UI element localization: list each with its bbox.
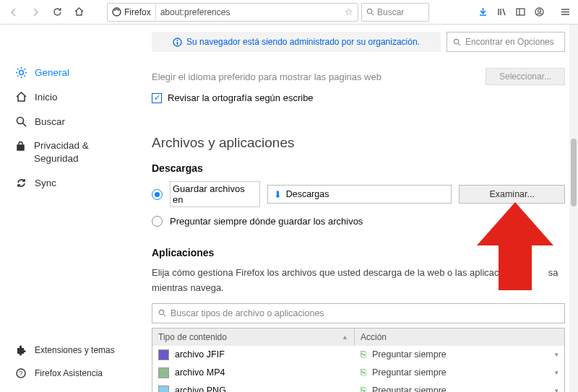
browser-toolbar: Firefox about:preferences ☆ Buscar xyxy=(0,0,578,25)
spellcheck-label: Revisar la ortografía según escribe xyxy=(168,92,314,103)
applications-search-placeholder: Buscar tipos de archivo o aplicaciones xyxy=(171,308,324,318)
forward-button[interactable] xyxy=(26,3,45,22)
radio-always-ask[interactable] xyxy=(152,216,163,227)
search-icon xyxy=(158,309,166,317)
bookmark-star-icon[interactable]: ☆ xyxy=(340,6,358,17)
file-icon xyxy=(158,349,169,360)
download-folder-field[interactable]: ⬇ Descargas xyxy=(267,185,452,204)
puzzle-icon xyxy=(14,344,27,357)
lock-icon xyxy=(14,139,27,152)
radio-always-ask-label: Preguntar siempre dónde guardar los arch… xyxy=(170,216,363,227)
back-button[interactable] xyxy=(4,3,23,22)
download-folder-name: Descargas xyxy=(286,189,329,199)
chevron-down-icon: ▾ xyxy=(555,387,558,392)
library-icon[interactable] xyxy=(493,3,510,22)
ask-icon: ⎘ xyxy=(361,349,366,360)
file-icon xyxy=(158,386,169,392)
sidebar-item-home[interactable]: Inicio xyxy=(9,85,131,108)
search-box[interactable]: Buscar xyxy=(361,3,429,22)
vertical-scrollbar[interactable] xyxy=(569,25,578,392)
file-icon xyxy=(158,367,169,378)
search-placeholder: Buscar xyxy=(377,7,404,17)
svg-point-6 xyxy=(538,9,540,12)
sidebar-item-label: Firefox Asistencia xyxy=(35,368,103,378)
identity-box[interactable]: Firefox xyxy=(108,4,156,21)
org-managed-banner[interactable]: Su navegador está siendo administrado po… xyxy=(152,32,441,52)
search-icon xyxy=(366,8,374,16)
svg-point-1 xyxy=(367,9,371,13)
downloads-icon[interactable] xyxy=(474,3,491,22)
svg-line-30 xyxy=(163,314,165,316)
sort-asc-icon: ▲ xyxy=(342,334,348,341)
url-bar[interactable]: Firefox about:preferences ☆ xyxy=(107,3,358,22)
scrollbar-thumb[interactable] xyxy=(571,139,577,206)
svg-point-10 xyxy=(19,70,23,74)
org-banner-text: Su navegador está siendo administrado po… xyxy=(186,37,420,47)
gear-icon xyxy=(14,66,27,79)
applications-search[interactable]: Buscar tipos de archivo o aplicaciones xyxy=(152,303,565,323)
applications-table: Tipo de contenido▲ Acción archivo JFIF ⎘… xyxy=(152,328,565,392)
svg-line-20 xyxy=(22,123,26,126)
table-row[interactable]: archivo JFIF ⎘Preguntar siempre▾ xyxy=(152,346,564,364)
sync-icon xyxy=(14,176,27,189)
sidebar-item-search[interactable]: Buscar xyxy=(9,110,131,133)
sidebar-item-extensions[interactable]: Extensiones y temas xyxy=(9,339,131,362)
ask-icon: ⎘ xyxy=(361,367,366,378)
firefox-icon xyxy=(112,7,121,17)
spellcheck-checkbox[interactable] xyxy=(152,93,162,103)
browse-button[interactable]: Examinar... xyxy=(459,185,565,204)
preferences-content: Su navegador está siendo administrado po… xyxy=(137,25,578,392)
svg-line-2 xyxy=(371,13,374,15)
url-text: about:preferences xyxy=(156,7,340,17)
section-heading-files-apps: Archivos y aplicaciones xyxy=(152,135,565,151)
applications-description: Elija cómo gestiona Firefox los archivos… xyxy=(152,266,565,296)
svg-rect-21 xyxy=(17,145,24,150)
sidebar-item-privacy[interactable]: Privacidad & Seguridad xyxy=(9,134,131,170)
table-row[interactable]: archivo MP4 ⎘Preguntar siempre▾ xyxy=(152,364,564,382)
sidebar-item-label: Privacidad & Seguridad xyxy=(34,139,126,165)
sidebar-item-sync[interactable]: Sync xyxy=(9,171,131,194)
sidebar-item-general[interactable]: General xyxy=(9,61,131,84)
find-in-options[interactable]: Encontrar en Opciones xyxy=(447,32,565,52)
svg-point-19 xyxy=(17,117,23,123)
svg-point-26 xyxy=(177,39,178,40)
account-icon[interactable] xyxy=(530,3,548,22)
svg-text:?: ? xyxy=(19,370,22,377)
svg-line-16 xyxy=(24,75,25,77)
radio-save-to[interactable] xyxy=(152,189,163,200)
chevron-down-icon: ▾ xyxy=(555,351,558,358)
table-row[interactable]: archivo PNG ⎘Preguntar siempre▾ xyxy=(152,382,564,392)
language-select-button[interactable]: Seleccionar... xyxy=(486,68,565,85)
download-folder-icon: ⬇ xyxy=(274,189,282,200)
preferences-sidebar: General Inicio Buscar Privacidad & Segur… xyxy=(0,25,137,392)
menu-icon[interactable] xyxy=(556,3,574,22)
svg-line-17 xyxy=(17,75,19,77)
col-header-type[interactable]: Tipo de contenido▲ xyxy=(152,328,355,346)
sidebar-item-support[interactable]: ? Firefox Asistencia xyxy=(9,362,131,385)
downloads-heading: Descargas xyxy=(152,162,565,174)
sidebar-item-label: Sync xyxy=(35,178,56,188)
find-placeholder: Encontrar en Opciones xyxy=(465,37,554,47)
sidebar-item-label: Inicio xyxy=(35,92,58,103)
svg-line-28 xyxy=(458,43,460,45)
search-icon xyxy=(453,38,461,46)
identity-label: Firefox xyxy=(124,7,151,17)
language-pref-label: Elegir el idioma preferido para mostrar … xyxy=(152,71,381,82)
ask-icon: ⎘ xyxy=(361,386,366,392)
reload-button[interactable] xyxy=(48,3,66,22)
svg-point-29 xyxy=(159,310,163,314)
sidebar-item-label: General xyxy=(35,67,69,78)
svg-line-15 xyxy=(17,69,19,70)
home-button[interactable] xyxy=(69,3,88,22)
sidebar-icon[interactable] xyxy=(512,3,529,22)
radio-save-to-label: Guardar archivos en xyxy=(170,181,260,207)
col-header-action[interactable]: Acción xyxy=(355,328,564,346)
chevron-down-icon: ▾ xyxy=(555,369,558,376)
applications-heading: Aplicaciones xyxy=(152,247,565,258)
svg-point-27 xyxy=(454,39,458,43)
svg-rect-3 xyxy=(517,9,525,15)
search-icon xyxy=(14,115,27,128)
sidebar-item-label: Buscar xyxy=(35,116,65,127)
info-icon xyxy=(173,38,182,47)
help-icon: ? xyxy=(14,367,27,380)
